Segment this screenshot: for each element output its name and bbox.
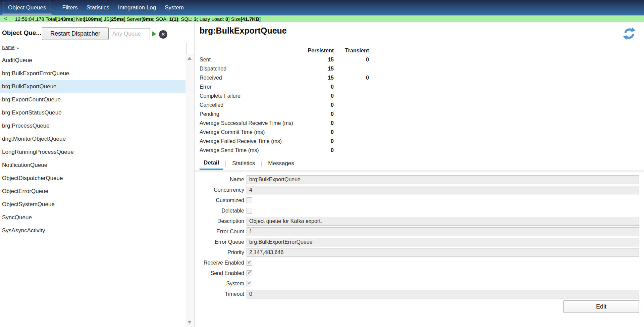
stats-col-transient: Transient	[334, 48, 369, 54]
queue-row-brg-bulkexportqueue[interactable]: brg:BulkExportQueue	[0, 80, 185, 93]
queue-title: brg:BulkExportQueue	[200, 26, 287, 36]
check-icon: ✔	[247, 270, 252, 276]
stats-label: Average Failed Receive Time (ms)	[200, 138, 304, 144]
stats-persistent-value: 15	[304, 66, 334, 72]
tab-separator	[261, 161, 262, 167]
field-label-concurrency: Concurrency	[195, 186, 244, 194]
stats-persistent-value: 0	[304, 102, 334, 108]
check-icon: ✔	[247, 280, 252, 286]
scroll-up-icon[interactable]	[187, 57, 192, 60]
queue-row-syncqueue[interactable]: SyncQueue	[0, 211, 185, 224]
queue-row-brg-exportcountqueue[interactable]: brg:ExportCountQueue	[0, 93, 185, 106]
queue-row-longrunningprocessqueue[interactable]: LongRunningProcessQueue	[0, 145, 185, 158]
input-error-queue[interactable]	[247, 238, 639, 246]
input-name[interactable]	[247, 175, 639, 184]
stats-col-persistent: Persistent	[304, 48, 334, 54]
form-row-name: Name	[195, 175, 639, 184]
nav-item-object-queues[interactable]: Object Queues	[3, 2, 51, 13]
input-error-count[interactable]	[247, 227, 639, 236]
check-icon: ✔	[247, 259, 252, 265]
stats-row-error: Error0	[200, 82, 369, 91]
stats-label: Average Successful Receive Time (ms)	[200, 120, 304, 126]
field-label-description: Description	[195, 217, 244, 226]
stats-persistent-value: 0	[304, 120, 334, 126]
queue-search-input[interactable]	[110, 28, 150, 39]
restart-dispatcher-button[interactable]: Restart Dispatcher	[42, 27, 109, 40]
form-row-concurrency: Concurrency	[195, 186, 639, 194]
stats-transient-value: 0	[334, 75, 369, 81]
stats-row-pending: Pending0	[200, 109, 369, 119]
checkbox-system[interactable]: ✔	[247, 281, 252, 286]
field-label-system: System	[195, 279, 244, 288]
input-description[interactable]	[247, 217, 639, 226]
detail-form: NameConcurrencyCustomizedDeletableDescri…	[195, 175, 639, 300]
form-row-description: Description	[195, 217, 639, 226]
queue-row-brg-processqueue[interactable]: brg:ProcessQueue	[0, 119, 185, 132]
clear-search-icon[interactable]: ✕	[159, 30, 167, 39]
checkbox-customized[interactable]	[247, 197, 252, 203]
queue-row-notificationqueue[interactable]: NotificationQueue	[0, 158, 185, 172]
scroll-down-icon[interactable]	[187, 321, 192, 324]
back-chevron-icon[interactable]: <	[4, 16, 7, 22]
stats-row-sent: Sent150	[200, 55, 369, 64]
status-segment: 143ms	[58, 16, 73, 22]
form-row-error-count: Error Count	[195, 227, 639, 236]
queue-row-objectdispatcherqueue[interactable]: ObjectDispatcherQueue	[0, 172, 185, 185]
queue-row-brg-exportstatusqueue[interactable]: brg:ExportStatusQueue	[0, 106, 185, 119]
stats-label: Cancelled	[200, 102, 304, 108]
input-concurrency[interactable]	[247, 186, 639, 194]
stats-persistent-value: 0	[304, 138, 334, 144]
stats-label: Pending	[200, 111, 304, 117]
status-segment: ; SQL:	[178, 16, 194, 22]
stats-persistent-value: 0	[304, 93, 334, 99]
input-timeout[interactable]	[247, 290, 639, 298]
nav-item-filters[interactable]: Filters	[58, 4, 82, 11]
stats-row-dispatched: Dispatched15	[200, 64, 369, 73]
top-nav: Object QueuesFiltersStatisticsIntegratio…	[0, 0, 644, 15]
edit-button[interactable]: Edit	[564, 300, 639, 313]
stats-row-average-failed-receive-time-ms: Average Failed Receive Time (ms)0	[200, 137, 369, 146]
nav-item-system[interactable]: System	[160, 4, 188, 11]
nav-item-statistics[interactable]: Statistics	[82, 4, 114, 11]
queue-row-objecterrorqueue[interactable]: ObjectErrorQueue	[0, 185, 185, 198]
name-column-header: Name▲	[2, 45, 19, 50]
checkbox-deletable[interactable]	[247, 208, 252, 214]
field-label-priority: Priority	[195, 248, 244, 257]
form-row-timeout: Timeout	[195, 290, 639, 298]
field-label-name: Name	[195, 175, 244, 184]
form-row-error-queue: Error Queue	[195, 238, 639, 246]
name-sort-link[interactable]: Name	[2, 45, 14, 50]
queue-row-dng-monitorobjectqueue[interactable]: dng:MonitorObjectQueue	[0, 132, 185, 145]
status-segment: ] Net[	[73, 16, 85, 22]
status-segment: ]	[259, 16, 261, 22]
checkbox-send-enabled[interactable]: ✔	[247, 270, 252, 276]
queue-row-brg-bulkexporterrorqueue[interactable]: brg:BulkExportErrorQueue	[0, 67, 185, 80]
queue-list-scrollbar[interactable]	[185, 54, 194, 327]
nav-item-integration-log[interactable]: Integration Log	[114, 4, 160, 11]
queue-stats-table: PersistentTransientSent150Dispatched15Re…	[200, 46, 369, 155]
run-search-play-icon[interactable]	[152, 31, 156, 37]
input-priority[interactable]	[247, 248, 639, 257]
queue-row-sysasyncactivity[interactable]: SysAsyncActivity	[0, 224, 185, 237]
checkbox-receive-enabled[interactable]: ✔	[247, 260, 252, 266]
queue-list: AuditQueuebrg:BulkExportErrorQueuebrg:Bu…	[0, 54, 185, 237]
header-column-divider	[186, 43, 187, 54]
field-label-timeout: Timeout	[195, 290, 244, 298]
status-segment: ] JS[	[101, 16, 111, 22]
field-label-error-count: Error Count	[195, 227, 244, 236]
refresh-icon[interactable]	[622, 26, 637, 41]
tab-statistics[interactable]: Statistics	[228, 158, 259, 170]
field-label-customized: Customized	[195, 196, 244, 205]
stats-row-cancelled: Cancelled0	[200, 100, 369, 109]
tab-detail[interactable]: Detail	[200, 158, 223, 170]
stats-label: Average Send Time (ms)	[200, 147, 304, 153]
queue-detail-panel: brg:BulkExportQueue PersistentTransientS…	[195, 22, 644, 327]
stats-row-received: Received150	[200, 73, 369, 82]
queue-row-auditqueue[interactable]: AuditQueue	[0, 54, 185, 67]
tab-separator	[225, 161, 226, 167]
detail-tabbar: DetailStatisticsMessages	[195, 158, 644, 170]
status-segment: 41.7KB	[242, 16, 259, 22]
queue-row-objectsystemqueue[interactable]: ObjectSystemQueue	[0, 198, 185, 211]
tab-messages[interactable]: Messages	[264, 158, 298, 170]
stats-header-row: PersistentTransient	[200, 46, 369, 55]
